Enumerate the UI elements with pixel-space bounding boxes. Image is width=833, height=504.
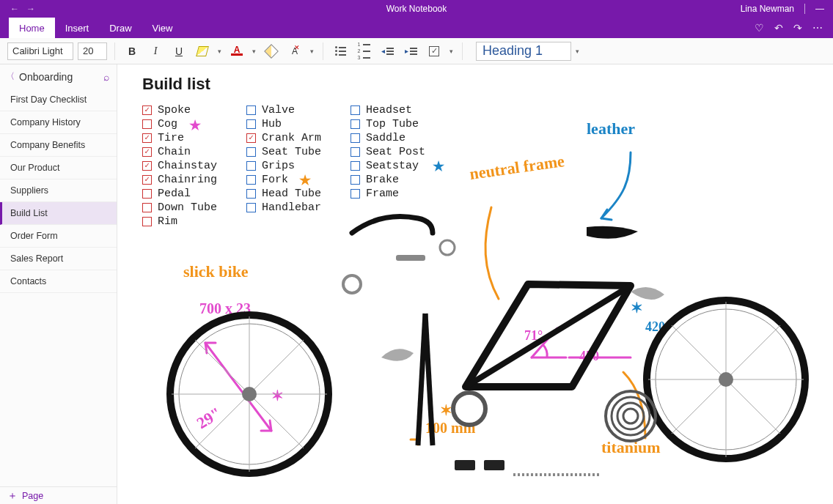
checkbox-icon[interactable] — [246, 203, 256, 212]
search-icon[interactable]: ⌕ — [103, 71, 109, 83]
undo-icon[interactable]: ↶ — [774, 22, 783, 34]
checklist-item[interactable]: Seatstay — [351, 160, 425, 172]
font-name-picker[interactable]: Calibri Light — [7, 42, 73, 60]
ink-angle: 71° — [524, 328, 543, 344]
font-color-button[interactable]: A — [227, 42, 246, 61]
checkbox-icon[interactable]: ✓ — [142, 133, 152, 143]
numbered-list-button[interactable]: 1 2 3 — [354, 42, 373, 61]
checkbox-icon[interactable] — [351, 189, 360, 199]
bold-button[interactable]: B — [122, 42, 142, 61]
checkbox-icon[interactable] — [142, 189, 152, 199]
font-size-picker[interactable]: 20 — [78, 42, 107, 60]
user-name[interactable]: Lina Newman — [741, 4, 794, 14]
checklist-item[interactable]: ✓Spoke — [142, 104, 217, 116]
checklist-item[interactable]: Seat Tube — [246, 146, 321, 158]
checklist-item[interactable]: ✓Crank Arm — [246, 132, 321, 144]
heading-style-dropdown[interactable]: ▾ — [574, 48, 581, 55]
checkbox-icon[interactable] — [246, 161, 256, 171]
ribbon-tab-home[interactable]: Home — [9, 18, 55, 38]
more-icon[interactable]: ⋯ — [812, 22, 823, 34]
page-item[interactable]: Build List — [0, 202, 117, 225]
decrease-indent-button[interactable]: ◂ — [378, 42, 397, 61]
checklist-item[interactable]: Hub — [246, 118, 321, 130]
checklist-item[interactable]: Head Tube — [246, 188, 321, 200]
checkbox-icon[interactable] — [351, 133, 360, 143]
page-item[interactable]: Company Benefits — [0, 134, 117, 157]
page-item[interactable]: Suppliers — [0, 179, 117, 202]
checkbox-icon[interactable] — [246, 147, 256, 157]
todo-tag-button[interactable]: ✓ — [425, 42, 444, 61]
ribbon-tab-draw[interactable]: Draw — [99, 18, 142, 38]
checklist-column: HeadsetTop TubeSaddleSeat PostSeatstayBr… — [351, 104, 425, 228]
bullet-list-icon — [335, 46, 346, 56]
checklist-item[interactable]: Valve — [246, 104, 321, 116]
ribbon-tab-insert[interactable]: Insert — [55, 18, 100, 38]
checkbox-icon[interactable] — [351, 105, 360, 115]
checkbox-icon[interactable]: ✓ — [142, 161, 152, 171]
checkbox-icon[interactable]: ✓ — [142, 147, 152, 157]
clear-format-dropdown[interactable]: ▾ — [309, 48, 315, 55]
checklist-item[interactable]: Rim — [142, 215, 217, 228]
redo-icon[interactable]: ↷ — [793, 22, 802, 34]
svg-point-33 — [440, 240, 455, 255]
checklist-item[interactable]: Down Tube — [142, 201, 217, 214]
checkbox-icon[interactable] — [142, 217, 152, 226]
checkbox-icon[interactable]: ✓ — [246, 133, 256, 143]
checkbox-icon[interactable] — [351, 161, 360, 171]
highlight-button[interactable] — [193, 42, 212, 61]
checkbox-icon[interactable] — [351, 147, 360, 157]
increase-indent-button[interactable]: ▸ — [401, 42, 420, 61]
note-canvas[interactable]: Build list ✓SpokeCog✓Tire✓Chain✓Chainsta… — [117, 64, 833, 486]
clear-formatting-button[interactable]: A — [285, 42, 304, 61]
checkbox-icon[interactable]: ✓ — [142, 105, 152, 115]
nav-forward-icon[interactable]: → — [26, 4, 35, 14]
font-color-dropdown[interactable]: ▾ — [251, 48, 257, 55]
tags-dropdown[interactable]: ▾ — [448, 48, 455, 55]
checklist-item[interactable]: ✓Chain — [142, 146, 217, 158]
checklist-item[interactable]: Frame — [351, 188, 425, 200]
checklist-item[interactable]: Grips — [246, 160, 321, 172]
checkbox-icon[interactable] — [142, 203, 152, 212]
window-minimize-icon[interactable]: — — [815, 4, 824, 14]
checklist-item[interactable]: Saddle — [351, 132, 425, 144]
page-item[interactable]: Sales Report — [0, 248, 117, 270]
format-painter-button[interactable] — [262, 42, 281, 61]
lightbulb-icon[interactable]: ♡ — [755, 22, 764, 34]
checklist-item[interactable]: ✓Chainring — [142, 174, 217, 186]
section-name[interactable]: Onboarding — [19, 71, 103, 83]
heading-style-picker[interactable]: Heading 1 — [476, 42, 571, 61]
page-item[interactable]: Company History — [0, 111, 117, 134]
checkbox-icon[interactable] — [351, 119, 360, 129]
checkbox-icon[interactable] — [246, 105, 256, 115]
checkbox-icon[interactable] — [246, 119, 256, 129]
checklist-item[interactable]: Top Tube — [351, 118, 425, 130]
highlighter-icon — [196, 46, 209, 56]
highlight-dropdown[interactable]: ▾ — [216, 48, 223, 55]
checklist-item[interactable]: ✓Chainstay — [142, 160, 217, 172]
bulleted-list-button[interactable] — [331, 42, 350, 61]
checkbox-icon[interactable]: ✓ — [142, 175, 152, 185]
checklist-item[interactable]: Cog — [142, 118, 217, 130]
underline-button[interactable]: U — [169, 42, 188, 61]
checklist-item[interactable]: Fork — [246, 174, 321, 186]
checklist-item[interactable]: ✓Tire — [142, 132, 217, 144]
page-item[interactable]: First Day Checklist — [0, 89, 117, 111]
checklist-item[interactable]: Seat Post — [351, 146, 425, 158]
section-back-icon[interactable]: 〈 — [6, 70, 15, 83]
add-page-button[interactable]: ＋ Page — [0, 486, 117, 504]
italic-button[interactable]: I — [146, 42, 165, 61]
nav-back-icon[interactable]: ← — [10, 4, 19, 14]
checkbox-icon[interactable] — [142, 119, 152, 129]
checkbox-icon[interactable] — [246, 189, 256, 199]
checklist-item[interactable]: Handlebar — [246, 201, 321, 214]
checklist-item[interactable]: Pedal — [142, 188, 217, 200]
page-item[interactable]: Contacts — [0, 270, 117, 293]
checklist-item[interactable]: Brake — [351, 174, 425, 186]
ribbon-tab-view[interactable]: View — [142, 18, 183, 38]
checkbox-icon[interactable] — [351, 175, 360, 185]
page-title[interactable]: Build list — [142, 75, 210, 94]
checklist-item[interactable]: Headset — [351, 104, 425, 116]
page-item[interactable]: Our Product — [0, 157, 117, 179]
checkbox-icon[interactable] — [246, 175, 256, 185]
page-item[interactable]: Order Form — [0, 225, 117, 248]
